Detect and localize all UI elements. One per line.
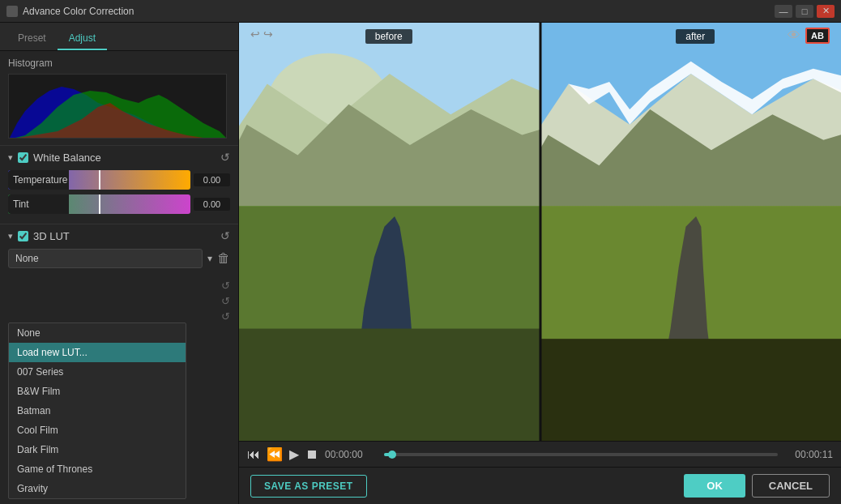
main-layout: Preset Adjust Histogram ▾ <box>0 23 841 504</box>
histogram-canvas <box>8 74 227 139</box>
video-area: ↩ ↪ 👁 AB before after <box>239 23 841 441</box>
histogram-label: Histogram <box>8 58 230 69</box>
white-balance-reset-button[interactable]: ↺ <box>220 151 230 164</box>
temperature-track[interactable]: Temperature <box>8 170 190 190</box>
lut-option-007[interactable]: 007 Series <box>9 362 186 382</box>
slider1-reset-button[interactable]: ↺ <box>221 280 230 292</box>
tint-thumb <box>99 194 100 214</box>
after-scene-svg <box>540 23 842 441</box>
temperature-label: Temperature <box>8 170 69 190</box>
slider-stub-1: ↺ <box>8 280 230 292</box>
svg-rect-6 <box>239 329 540 441</box>
after-label: after <box>676 29 715 44</box>
lut-checkbox[interactable] <box>18 231 28 241</box>
action-right: OK CANCEL <box>684 474 830 498</box>
ok-button[interactable]: OK <box>684 474 745 498</box>
lut-dropdown-list: None Load new LUT... 007 Series B&W Film… <box>8 322 186 499</box>
action-bar: SAVE AS PRESET OK CANCEL <box>239 467 841 504</box>
video-preview <box>239 23 841 441</box>
tabs: Preset Adjust <box>0 23 238 51</box>
app-icon <box>6 6 18 17</box>
section-header-left: ▾ White Balance <box>8 152 101 164</box>
right-panel: ↩ ↪ 👁 AB before after <box>239 23 841 504</box>
lut-option-batman[interactable]: Batman <box>9 401 186 421</box>
undo-redo-bar: ↩ ↪ <box>245 23 278 45</box>
progress-bar[interactable] <box>384 453 778 456</box>
white-balance-header: ▾ White Balance ↺ <box>8 151 230 164</box>
window-title: Advance Color Correction <box>23 6 134 17</box>
title-bar-left: Advance Color Correction <box>6 6 134 17</box>
tint-value: 0.00 <box>194 198 230 211</box>
lut-option-got[interactable]: Game of Thrones <box>9 459 186 479</box>
lut-option-load[interactable]: Load new LUT... <box>9 343 186 362</box>
minimize-button[interactable]: — <box>775 5 792 18</box>
split-divider <box>539 23 541 441</box>
window-controls[interactable]: — □ ✕ <box>775 5 835 18</box>
tab-preset[interactable]: Preset <box>6 28 58 50</box>
white-balance-section: ▾ White Balance ↺ Temperature 0.00 Tint <box>0 145 238 224</box>
slider-stub-3: ↺ <box>8 310 230 322</box>
redo-button[interactable]: ↪ <box>263 28 273 41</box>
lut-select[interactable]: None Load new LUT... 007 Series B&W Film… <box>8 249 203 268</box>
lut-chevron-icon[interactable]: ▾ <box>8 231 13 241</box>
slider-stub-2: ↺ <box>8 295 230 307</box>
lut-dropdown-row: None Load new LUT... 007 Series B&W Film… <box>8 249 230 268</box>
video-right-after <box>540 23 842 441</box>
step-back-button[interactable]: ⏪ <box>267 446 283 462</box>
stop-button[interactable]: ⏹ <box>305 447 318 462</box>
lut-header: ▾ 3D LUT ↺ <box>8 229 230 242</box>
eye-button[interactable]: 👁 <box>788 28 800 43</box>
progress-dot <box>388 451 396 459</box>
video-left-before <box>239 23 540 441</box>
close-button[interactable]: ✕ <box>817 5 835 18</box>
playback-bar: ⏮ ⏪ ▶ ⏹ 00:00:00 00:00:11 <box>239 441 841 467</box>
maximize-button[interactable]: □ <box>796 5 813 18</box>
lut-option-none[interactable]: None <box>9 323 186 343</box>
lut-option-gravity[interactable]: Gravity <box>9 479 186 498</box>
tint-label: Tint <box>8 194 69 214</box>
skip-back-button[interactable]: ⏮ <box>247 447 260 462</box>
white-balance-title: White Balance <box>33 152 101 164</box>
slider2-reset-button[interactable]: ↺ <box>221 295 230 307</box>
histogram-section: Histogram <box>0 51 238 145</box>
lut-title: 3D LUT <box>33 230 70 242</box>
before-label: before <box>365 29 412 44</box>
temperature-slider-row: Temperature 0.00 <box>8 170 230 190</box>
tint-track[interactable]: Tint <box>8 194 190 214</box>
temperature-thumb <box>99 170 100 190</box>
tint-slider-row: Tint 0.00 <box>8 194 230 214</box>
histogram-svg <box>9 75 227 139</box>
white-balance-checkbox[interactable] <box>18 152 28 163</box>
cancel-button[interactable]: CANCEL <box>752 474 830 498</box>
temperature-value: 0.00 <box>194 173 230 186</box>
lut-header-left: ▾ 3D LUT <box>8 230 70 242</box>
lut-option-cool[interactable]: Cool Film <box>9 421 186 440</box>
ab-button[interactable]: AB <box>805 28 830 44</box>
chevron-down-icon[interactable]: ▾ <box>8 152 13 163</box>
svg-rect-13 <box>540 339 842 441</box>
current-time: 00:00:00 <box>325 449 378 460</box>
save-preset-button[interactable]: SAVE AS PRESET <box>250 475 367 498</box>
video-top-bar: 👁 AB <box>783 23 835 49</box>
lut-option-dark[interactable]: Dark Film <box>9 440 186 459</box>
dropdown-arrow-icon: ▾ <box>207 253 212 264</box>
end-time: 00:00:11 <box>784 449 833 460</box>
extra-sliders: ↺ ↺ ↺ <box>0 276 238 329</box>
lut-option-bw[interactable]: B&W Film <box>9 382 186 401</box>
before-scene-svg <box>239 23 540 441</box>
left-panel: Preset Adjust Histogram ▾ <box>0 23 239 504</box>
undo-button[interactable]: ↩ <box>250 28 260 41</box>
title-bar: Advance Color Correction — □ ✕ <box>0 0 841 23</box>
lut-reset-button[interactable]: ↺ <box>220 229 230 242</box>
lut-section: ▾ 3D LUT ↺ None Load new LUT... 007 Seri… <box>0 224 238 276</box>
tab-adjust[interactable]: Adjust <box>58 28 107 50</box>
slider3-reset-button[interactable]: ↺ <box>221 310 230 322</box>
play-button[interactable]: ▶ <box>289 446 299 462</box>
lut-delete-button[interactable]: 🗑 <box>217 251 230 266</box>
